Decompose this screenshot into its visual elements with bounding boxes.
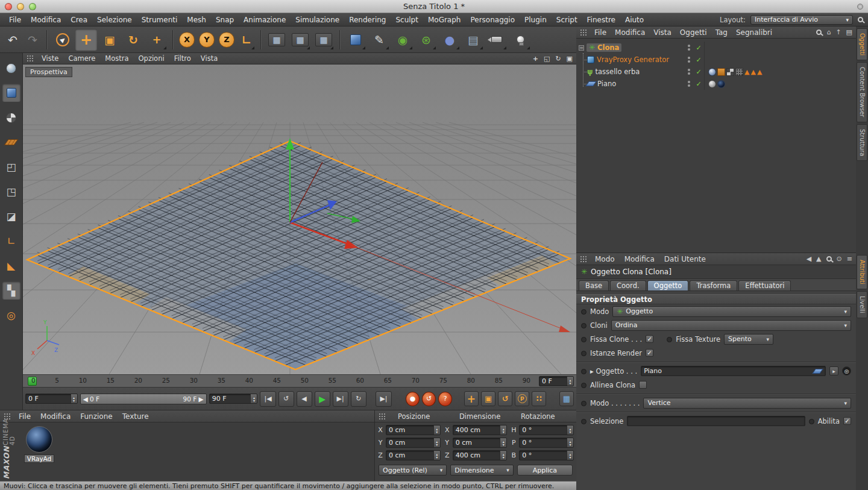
enabled-check-icon[interactable]: ✓ [693,44,704,52]
tab-coord[interactable]: Coord. [610,280,646,291]
lock-x-axis-button[interactable]: X [178,29,196,51]
phong-tag-icon[interactable]: ▲ [757,69,762,75]
object-axis-mode-button[interactable]: ∟ [2,232,20,250]
rot-h-stepper[interactable] [567,426,573,435]
scale-tool-button[interactable]: ▣ [99,29,121,51]
enabled-check-icon[interactable]: ✓ [693,56,704,64]
texture-tag-icon[interactable] [708,68,716,76]
am-menu-icon[interactable]: ≡ [847,255,852,263]
mode-dropdown[interactable]: ✳Oggetto [612,306,851,317]
visibility-dots[interactable] [685,57,693,63]
section-properties-header[interactable]: Proprietà Oggetto [576,294,856,304]
view-label[interactable]: Prospettiva [25,67,72,77]
selection-field[interactable] [627,416,805,426]
menu-mesh[interactable]: Mesh [183,14,210,25]
panel-grip-icon[interactable] [27,55,34,62]
pos-x-stepper[interactable] [433,426,440,435]
object-name[interactable]: VrayProxy Generator [597,55,669,64]
size-x-field[interactable]: 400 cm [453,425,508,435]
live-selection-tool-button[interactable]: ▶ [52,29,74,51]
material-menu-file[interactable]: File [14,412,35,421]
object-link-field[interactable]: Piano [641,366,826,376]
rot-h-field[interactable]: 0 ° [519,425,574,435]
menu-script[interactable]: Script [552,14,582,25]
polygons-mode-button[interactable]: ◪ [2,207,20,225]
keying-settings-button[interactable]: ▦ [559,391,574,406]
am-menu-dati-utente[interactable]: Dati Utente [660,254,710,264]
edges-mode-button[interactable]: ◳ [2,183,20,201]
material-menu-modifica[interactable]: Modifica [36,412,75,421]
record-keyframe-button[interactable]: ● [406,392,420,406]
viewport-canvas[interactable]: YZX Prospettiva [23,64,576,374]
view-scale-icon[interactable]: ◱ [544,55,550,63]
om-home-icon[interactable]: ⌂ [826,28,831,36]
viewport-menu-vista[interactable]: Vista [197,54,222,63]
texture-edit-lock-button[interactable]: ▚ [2,281,20,300]
rotate-tool-button[interactable]: ↻ [122,29,144,51]
add-mograph-object-button[interactable]: ⊛ [415,29,437,51]
apply-button[interactable]: Applica [517,465,573,476]
material-menu-funzione[interactable]: Funzione [76,412,116,421]
snap-toggle-button[interactable]: ◎ [2,306,20,324]
om-menu-modifica[interactable]: Modifica [611,28,649,37]
tab-base[interactable]: Base [579,280,609,291]
side-tab-attributi[interactable]: Attributi [857,255,867,289]
uvw-tag-icon[interactable] [735,68,743,76]
visibility-dots[interactable] [685,81,693,87]
paint-tool-button[interactable]: ◣ [2,257,20,275]
menu-mograph[interactable]: MoGraph [424,14,465,25]
menu-plugin[interactable]: Plugin [520,14,551,25]
timeline-ruler[interactable]: 051015202530354045505560657075808590 0 F [23,374,576,388]
frame-number-stepper[interactable] [71,394,77,403]
panel-grip-icon[interactable] [379,413,386,420]
loop-button[interactable]: ↻ [351,391,366,407]
workplane-mode-button[interactable] [2,133,20,151]
tab-effettuatori[interactable]: Effettuatori [738,280,791,291]
object-name[interactable]: Piano [597,80,616,88]
undo-button[interactable]: ↶ [4,29,22,51]
rot-p-stepper[interactable] [567,438,573,447]
side-tab-livelli[interactable]: Livelli [857,291,867,318]
mode2-dropdown[interactable]: Vertice [643,398,851,409]
model-mode-button[interactable] [2,84,20,102]
play-reverse-button[interactable]: ↺ [278,391,294,407]
object-row-piano[interactable]: Piano ✓ [576,78,856,90]
add-cube-button[interactable] [345,29,366,51]
enabled-check-icon[interactable]: ✓ [693,68,704,76]
viewport-menu-camere[interactable]: Camere [64,54,99,63]
pos-z-field[interactable]: 0 cm [386,450,441,460]
menu-finestre[interactable]: Finestre [583,14,620,25]
viewport-menu-viste[interactable]: Viste [37,54,63,63]
menu-selezione[interactable]: Selezione [93,14,136,25]
om-search-icon[interactable] [816,30,822,35]
render-settings-button[interactable]: ▦ [313,29,335,51]
menu-file[interactable]: File [5,14,25,25]
menu-modifica[interactable]: Modifica [27,14,65,25]
size-x-stepper[interactable] [500,426,506,435]
key-position-toggle[interactable]: + [464,391,479,406]
om-layers-icon[interactable]: ▤ [846,28,852,36]
render-picture-viewer-button[interactable]: ▦ [289,29,311,51]
om-up-icon[interactable]: ↑ [835,28,841,36]
am-menu-modo[interactable]: Modo [591,254,619,264]
play-button[interactable]: ▶ [315,391,330,407]
fullscreen-icon[interactable] [857,4,863,10]
move-tool-button[interactable]: + [75,29,97,51]
material-name[interactable]: VRayAd [24,454,54,463]
am-lock-icon[interactable]: ⊙ [837,255,842,263]
make-editable-button[interactable] [2,59,20,77]
menu-animazione[interactable]: Animazione [239,14,290,25]
goto-end-button[interactable]: ▶| [376,391,391,407]
size-y-field[interactable]: 0 cm [453,438,508,448]
layout-dropdown[interactable]: Interfaccia di Avvio [750,15,853,25]
rot-b-stepper[interactable] [567,451,573,460]
pos-z-stepper[interactable] [433,451,440,460]
add-spline-button[interactable]: ✎ [368,29,390,51]
menu-snap[interactable]: Snap [212,14,238,25]
menu-crea[interactable]: Crea [66,14,92,25]
last-used-tool-button[interactable]: + [146,29,168,51]
previous-frame-button[interactable]: ◀ [297,391,312,407]
size-z-field[interactable]: 400 cm [453,450,508,460]
key-pla-toggle[interactable]: ∷ [532,391,546,406]
menu-simulazione[interactable]: Simulazione [291,14,344,25]
